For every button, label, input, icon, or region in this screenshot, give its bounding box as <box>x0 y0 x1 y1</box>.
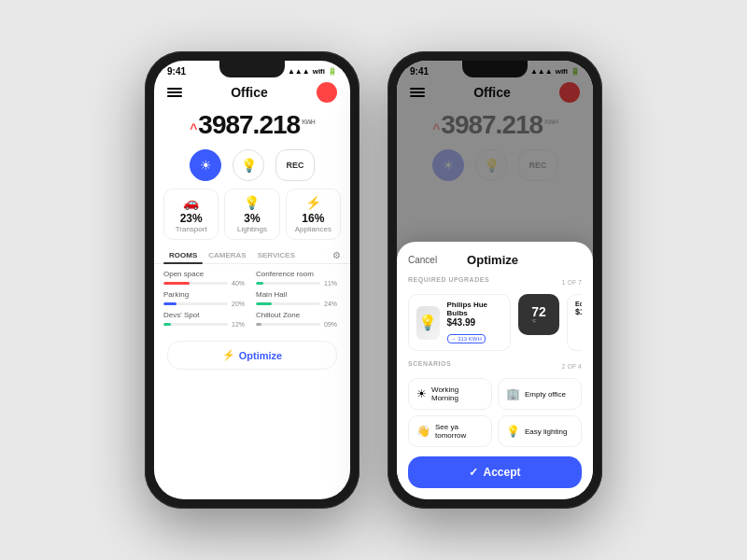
thermostat-card[interactable]: 72 °F <box>518 294 559 335</box>
lightings-percent: 3% <box>231 212 273 225</box>
room-bar-fill <box>256 323 261 326</box>
energy-section-1: ^3987.218KWH <box>154 108 350 146</box>
room-pct: 11% <box>324 280 341 287</box>
product-info: Philips Hue Bulbs $43.99 → 313 KWH <box>447 301 503 344</box>
room-bar-row: 20% <box>163 301 248 307</box>
sun-button-1[interactable]: ☀ <box>190 149 221 181</box>
room-name: Conference room <box>256 270 341 278</box>
scenarios-label: SCENARIOS <box>408 360 451 367</box>
room-name: Open space <box>163 270 248 278</box>
appliances-icon: ⚡ <box>292 195 334 210</box>
stat-lightings: 💡 3% Lightings <box>224 189 279 240</box>
transport-label: Transport <box>170 225 212 233</box>
appliances-percent: 16% <box>292 212 334 225</box>
lightning-icon: ⚡ <box>222 349 235 361</box>
tab-services[interactable]: SERVICES <box>252 247 301 263</box>
scenarios-header: SCENARIOS 2 OF 4 <box>408 360 582 372</box>
product-price: $43.99 <box>447 317 503 328</box>
accept-button[interactable]: ✓ Accept <box>408 456 582 488</box>
tab-cameras[interactable]: CAMERAS <box>203 247 251 263</box>
stats-row-1: 🚗 23% Transport 💡 3% Lightings ⚡ 16% App… <box>154 189 350 247</box>
eco-card[interactable]: Eco $13... <box>567 294 582 351</box>
room-bar-row: 12% <box>163 321 248 328</box>
checkmark-icon: ✓ <box>469 466 478 479</box>
hamburger-line <box>167 88 182 90</box>
menu-button-1[interactable] <box>167 88 182 97</box>
scenario-name: See ya tomorrow <box>435 423 484 440</box>
filter-icon[interactable]: ⚙ <box>332 250 341 260</box>
tabs-1: ROOMS CAMERAS SERVICES ⚙ <box>154 247 350 264</box>
stat-appliances: ⚡ 16% Appliances <box>286 189 341 240</box>
room-devs-spot: Devs' Spot 12% <box>163 311 248 328</box>
product-name: Philips Hue Bulbs <box>447 301 503 317</box>
scenario-working-morning[interactable]: ☀ Working Morning <box>408 378 492 410</box>
rooms-grid-1: Open space 40% Conference room <box>163 270 341 328</box>
scenarios-grid: ☀ Working Morning 🏢 Empty office 👋 See y… <box>408 378 582 447</box>
tab-rooms[interactable]: ROOMS <box>163 247 203 263</box>
room-pct: 09% <box>324 321 341 328</box>
scenario-empty-office[interactable]: 🏢 Empty office <box>498 378 582 410</box>
room-open-space: Open space 40% <box>163 270 248 287</box>
phones-container: 9:41 ▲▲▲ wifi 🔋 Office <box>145 51 602 509</box>
room-bar-fill <box>163 323 171 326</box>
cancel-button[interactable]: Cancel <box>408 255 437 265</box>
room-pct: 20% <box>232 301 248 307</box>
rec-button-1[interactable]: REC <box>275 149 314 181</box>
stat-transport: 🚗 23% Transport <box>163 189 218 240</box>
eco-label: Eco <box>575 301 582 307</box>
battery-icon: 🔋 <box>328 67 337 76</box>
required-count: 1 OF 7 <box>562 279 582 286</box>
transport-percent: 23% <box>170 212 212 225</box>
phone-1: 9:41 ▲▲▲ wifi 🔋 Office <box>145 51 359 509</box>
hamburger-line <box>167 91 182 93</box>
energy-arrow-1: ^ <box>190 121 196 136</box>
room-name: Parking <box>163 290 248 299</box>
eco-price: $13... <box>575 307 582 316</box>
room-bar-row: 40% <box>163 280 248 287</box>
product-image: 💡 <box>416 306 440 340</box>
phone-1-screen: 9:41 ▲▲▲ wifi 🔋 Office <box>154 61 350 499</box>
wave-scenario-icon: 👋 <box>416 425 430 438</box>
accept-label: Accept <box>483 466 520 479</box>
phone-2: 9:41 ▲▲▲ wifi 🔋 Office <box>388 51 602 509</box>
room-pct: 40% <box>232 280 248 287</box>
thermostat-value: 72 °F <box>531 305 546 324</box>
phone-2-screen: 9:41 ▲▲▲ wifi 🔋 Office <box>397 61 593 499</box>
scenario-see-ya-tomorrow[interactable]: 👋 See ya tomorrow <box>408 415 492 447</box>
product-philips[interactable]: 💡 Philips Hue Bulbs $43.99 → 313 KWH <box>408 294 511 351</box>
room-bar-fill <box>163 282 190 285</box>
appliances-label: Appliances <box>292 225 334 233</box>
room-bar-fill <box>163 302 176 305</box>
app-header-1: Office <box>154 78 350 108</box>
room-bar-fill <box>256 282 263 285</box>
room-chillout: Chillout Zone 09% <box>256 311 341 328</box>
signal-icon: ▲▲▲ <box>288 67 310 76</box>
avatar-1[interactable] <box>317 82 337 103</box>
room-pct: 12% <box>232 321 248 328</box>
hamburger-line <box>167 95 182 97</box>
status-time-1: 9:41 <box>167 66 186 77</box>
room-parking: Parking 20% <box>163 290 248 307</box>
optimize-overlay: Cancel Optimize REQUIRED UPGRADES 1 OF 7… <box>397 242 593 499</box>
room-main-hall: Main Hall 24% <box>256 290 341 307</box>
transport-icon: 🚗 <box>170 195 212 210</box>
room-bar-bg <box>163 282 228 285</box>
energy-value-1: ^3987.218KWH <box>154 112 350 138</box>
status-icons-1: ▲▲▲ wifi 🔋 <box>288 67 337 76</box>
scenario-name: Empty office <box>525 390 566 399</box>
room-bar-row: 09% <box>256 321 341 328</box>
thermostat-val: 72 <box>531 305 546 318</box>
bulb-button-1[interactable]: 💡 <box>233 149 264 181</box>
required-upgrades-header: REQUIRED UPGRADES 1 OF 7 <box>408 276 582 288</box>
optimize-button-1[interactable]: ⚡ Optimize <box>167 341 337 370</box>
wifi-icon: wifi <box>313 67 325 76</box>
lightings-label: Lightings <box>231 225 273 233</box>
notch-1 <box>219 61 285 77</box>
overlay-title: Optimize <box>467 253 518 267</box>
page-title-1: Office <box>231 85 268 100</box>
scenario-easy-lighting[interactable]: 💡 Easy lighting <box>498 415 582 447</box>
energy-unit-1: KWH <box>302 119 315 125</box>
room-bar-fill <box>256 302 272 305</box>
rooms-section-1: Open space 40% Conference room <box>154 264 350 333</box>
scenarios-count: 2 OF 4 <box>562 363 582 370</box>
